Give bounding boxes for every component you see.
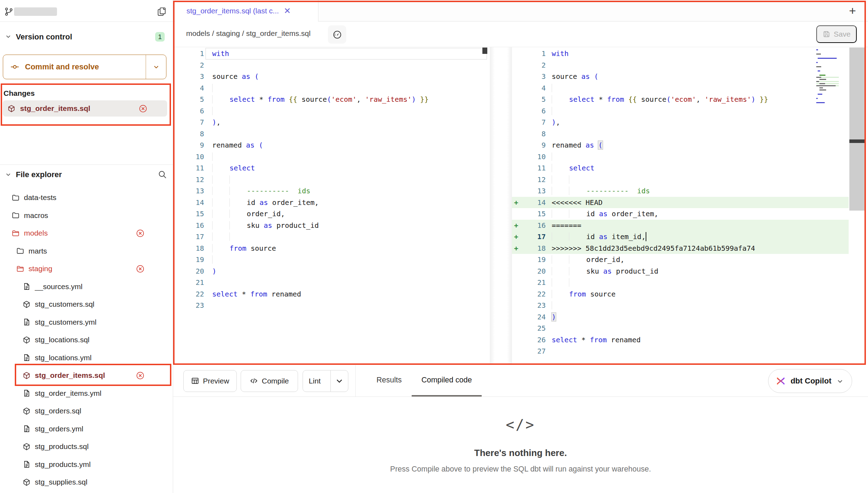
minimap-line (816, 75, 839, 76)
line-number: 1 (520, 48, 546, 60)
code-line: 27 (512, 345, 849, 357)
minimap-line (816, 89, 839, 91)
code-line: 16 sku as product_id (175, 220, 490, 231)
file-item-data-tests[interactable]: data-tests (0, 189, 173, 207)
file-item-macros[interactable]: macros (0, 207, 173, 225)
minimap-line (816, 62, 839, 63)
file-item-label: staging (28, 264, 52, 273)
file-item-stg-orders-yml[interactable]: stg_orders.yml (0, 420, 173, 438)
line-number: 25 (520, 323, 546, 334)
line-number: 20 (175, 266, 204, 277)
code-line: 20) (175, 266, 490, 277)
file-icon (23, 389, 31, 397)
added-line-marker: + (514, 243, 520, 254)
file-item-label: stg_orders.yml (35, 425, 83, 433)
file-item-stg-products-yml[interactable]: stg_products.yml (0, 456, 173, 474)
file-item-stg-order-items-sql[interactable]: stg_order_items.sql (0, 367, 173, 385)
copy-icon[interactable] (157, 7, 166, 16)
code-line: 21 (512, 277, 849, 288)
line-number: 8 (520, 128, 546, 140)
file-item-stg-locations-yml[interactable]: stg_locations.yml (0, 349, 173, 367)
file-item-stg-products-sql[interactable]: stg_products.sql (0, 438, 173, 456)
commit-options-chevron[interactable] (146, 55, 166, 79)
version-control-title: Version control (16, 32, 72, 42)
minimap-line (816, 56, 839, 57)
empty-state-title: There's nothing here. (173, 448, 868, 458)
minimap-line (816, 83, 839, 84)
added-line-marker (514, 151, 520, 163)
code-icon (250, 377, 258, 385)
overview-ruler[interactable] (849, 48, 864, 211)
editor-pane-original[interactable]: 1with23source as (4 5 select * from {{ s… (175, 48, 490, 311)
file-item-models[interactable]: models (0, 224, 173, 242)
added-line-marker (514, 128, 520, 140)
discard-change-icon[interactable] (139, 104, 147, 113)
line-number: 18 (520, 243, 546, 254)
current-line-highlight (205, 48, 487, 60)
line-number: 27 (520, 345, 546, 357)
lint-options-chevron[interactable] (330, 370, 348, 392)
code-line: 6 (512, 105, 849, 117)
code-line: 8 (512, 128, 849, 140)
lint-button[interactable]: Lint (303, 370, 348, 392)
file-item-label: stg_products.sql (35, 442, 89, 451)
preview-button[interactable]: Preview (183, 370, 237, 392)
file-item-stg-orders-sql[interactable]: stg_orders.sql (0, 402, 173, 420)
left-scrollbar-thumb[interactable] (482, 48, 487, 54)
added-line-marker (514, 208, 520, 220)
code-line: 11 select (175, 162, 490, 174)
model-icon (23, 478, 31, 486)
dbt-copilot-button[interactable]: dbt Copilot (768, 369, 852, 393)
commit-and-resolve-button[interactable]: Commit and resolve (3, 55, 166, 79)
table-icon (191, 377, 199, 385)
line-number: 20 (520, 266, 546, 277)
discard-change-icon[interactable] (136, 371, 145, 380)
breadcrumb-bar: models / staging / stg_order_items.sql S… (173, 21, 868, 47)
code-line: 3source as ( (175, 71, 490, 82)
file-item-stg-order-items-yml[interactable]: stg_order_items.yml (0, 385, 173, 402)
chevron-down-icon[interactable] (5, 33, 11, 39)
file-item-stg-supplies-sql[interactable]: stg_supplies.sql (0, 473, 173, 491)
file-icon (23, 460, 31, 468)
save-button[interactable]: Save (816, 25, 857, 43)
lineage-icon[interactable] (328, 25, 346, 44)
file-item-staging[interactable]: staging (0, 260, 173, 278)
code-line: 14 id as order_item, (175, 197, 490, 208)
line-number: 15 (520, 208, 546, 220)
discard-change-icon[interactable] (136, 264, 145, 273)
tab-results[interactable]: Results (367, 365, 412, 397)
file-item-stg-locations-sql[interactable]: stg_locations.sql (0, 331, 173, 349)
code-line: 26select * from renamed (512, 334, 849, 346)
added-line-marker (514, 288, 520, 300)
new-tab-icon[interactable]: + (847, 5, 858, 16)
minimap[interactable] (816, 49, 839, 106)
chevron-down-icon[interactable] (5, 171, 11, 177)
compile-button[interactable]: Compile (241, 370, 298, 392)
editor-pane-current[interactable]: 1with23source as (4 5 select * from {{ s… (512, 48, 849, 357)
file-item--sources-yml[interactable]: __sources.yml (0, 278, 173, 296)
file-item-stg-customers-yml[interactable]: stg_customers.yml (0, 313, 173, 331)
tab-compiled-code[interactable]: Compiled code (412, 365, 482, 397)
line-number: 4 (175, 82, 204, 94)
file-item-stg-customers-sql[interactable]: stg_customers.sql (0, 295, 173, 313)
discard-change-icon[interactable] (136, 229, 145, 238)
line-number: 2 (520, 60, 546, 71)
close-tab-icon[interactable]: ✕ (284, 7, 291, 15)
search-icon[interactable] (158, 170, 167, 179)
code-line: 4 (512, 82, 849, 94)
sidebar-header (0, 0, 173, 22)
code-line: 3source as ( (512, 71, 849, 82)
code-line: 19 order_id, (512, 254, 849, 266)
file-item-label: stg_products.yml (35, 460, 91, 469)
line-number: 14 (175, 197, 204, 208)
model-icon (23, 300, 31, 308)
overview-ruler-thumb[interactable] (849, 139, 864, 143)
minimap-line (816, 66, 839, 67)
code-line: 22select * from renamed (175, 288, 490, 300)
code-line: 20 sku as product_id (512, 266, 849, 277)
tab-stg-order-items[interactable]: stg_order_items.sql (last c... ✕ (175, 0, 318, 21)
file-item-label: stg_customers.sql (35, 300, 94, 308)
tab-bar: stg_order_items.sql (last c... ✕ + (173, 0, 868, 21)
changed-file-item[interactable]: stg_order_items.sql (3, 100, 167, 117)
file-item-marts[interactable]: marts (0, 242, 173, 260)
